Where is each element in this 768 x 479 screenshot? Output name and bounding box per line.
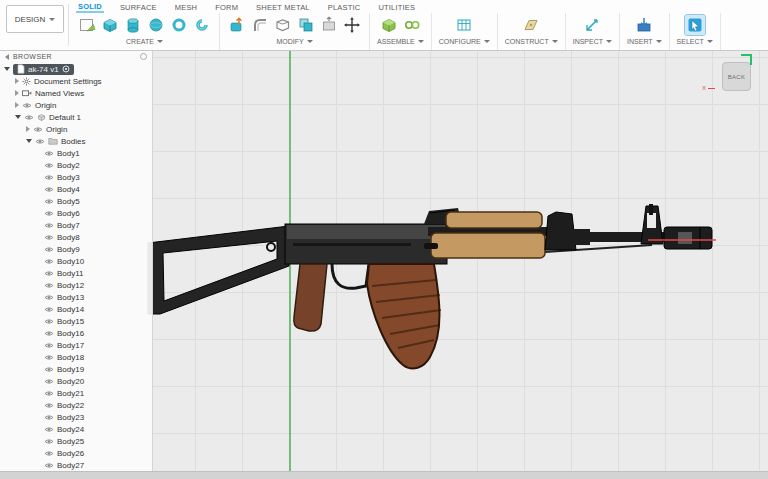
visibility-eye-icon[interactable] (44, 234, 54, 241)
browser-panel-header[interactable]: BROWSER (0, 50, 152, 63)
configure-menu[interactable]: CONFIGURE (439, 38, 490, 45)
browser-body-item[interactable]: Body6 (0, 207, 152, 219)
coil-icon[interactable] (192, 15, 212, 35)
viewcube[interactable]: BACK (722, 62, 751, 91)
configure-icon[interactable] (454, 15, 474, 35)
browser-tree-item[interactable]: Bodies (0, 135, 152, 147)
press-pull-icon[interactable] (227, 15, 247, 35)
tab-form[interactable]: FORM (213, 2, 240, 12)
joint-icon[interactable] (402, 15, 422, 35)
inspect-menu[interactable]: INSPECT (573, 38, 612, 45)
visibility-eye-icon[interactable] (44, 342, 54, 349)
offset-face-icon[interactable] (319, 15, 339, 35)
bottom-scroll-strip[interactable] (0, 471, 768, 479)
visibility-eye-icon[interactable] (44, 462, 54, 469)
box-icon[interactable] (100, 15, 120, 35)
browser-body-item[interactable]: Body14 (0, 303, 152, 315)
modify-menu[interactable]: MODIFY (276, 38, 312, 45)
ak74-model-body[interactable] (148, 204, 712, 368)
browser-tree-item[interactable]: Origin (0, 99, 152, 111)
torus-icon[interactable] (169, 15, 189, 35)
browser-body-item[interactable]: Body20 (0, 375, 152, 387)
tab-utilities[interactable]: UTILITIES (376, 2, 417, 12)
visibility-eye-icon[interactable] (33, 126, 43, 133)
panel-options-icon[interactable] (140, 53, 147, 60)
new-component-icon[interactable] (379, 15, 399, 35)
browser-body-item[interactable]: Body13 (0, 291, 152, 303)
tab-surface[interactable]: SURFACE (118, 2, 159, 12)
select-cursor-icon[interactable] (685, 15, 705, 35)
visibility-eye-icon[interactable] (44, 246, 54, 253)
visibility-eye-icon[interactable] (44, 150, 54, 157)
browser-body-item[interactable]: Body16 (0, 327, 152, 339)
tab-plastic[interactable]: PLASTIC (326, 2, 363, 12)
viewcube-x-axis-label[interactable]: X (702, 85, 715, 91)
visibility-eye-icon[interactable] (44, 294, 54, 301)
visibility-eye-icon[interactable] (44, 378, 54, 385)
collapse-toggle-icon[interactable] (15, 115, 21, 119)
browser-body-item[interactable]: Body17 (0, 339, 152, 351)
create-menu[interactable]: CREATE (126, 38, 163, 45)
visibility-eye-icon[interactable] (24, 114, 34, 121)
browser-body-item[interactable]: Body10 (0, 255, 152, 267)
browser-body-item[interactable]: Body1 (0, 147, 152, 159)
visibility-eye-icon[interactable] (44, 330, 54, 337)
browser-body-item[interactable]: Body21 (0, 387, 152, 399)
collapse-toggle-icon[interactable] (4, 67, 10, 71)
collapse-toggle-icon[interactable] (26, 139, 32, 143)
browser-tree-item[interactable]: ak-74 v1 (0, 63, 152, 75)
visibility-eye-icon[interactable] (44, 174, 54, 181)
browser-tree-item[interactable]: Named Views (0, 87, 152, 99)
browser-body-item[interactable]: Body11 (0, 267, 152, 279)
viewcube-home-corner-icon[interactable] (741, 54, 752, 65)
create-sketch-icon[interactable] (77, 15, 97, 35)
browser-body-item[interactable]: Body15 (0, 315, 152, 327)
visibility-eye-icon[interactable] (44, 390, 54, 397)
visibility-eye-icon[interactable] (44, 270, 54, 277)
sphere-icon[interactable] (146, 15, 166, 35)
browser-body-item[interactable]: Body8 (0, 231, 152, 243)
expand-toggle-icon[interactable] (15, 102, 19, 108)
visibility-eye-icon[interactable] (44, 450, 54, 457)
browser-body-item[interactable]: Body19 (0, 363, 152, 375)
browser-body-item[interactable]: Body9 (0, 243, 152, 255)
tab-mesh[interactable]: MESH (173, 2, 199, 12)
browser-body-item[interactable]: Body23 (0, 411, 152, 423)
browser-body-item[interactable]: Body26 (0, 447, 152, 459)
visibility-eye-icon[interactable] (35, 138, 45, 145)
visibility-eye-icon[interactable] (44, 282, 54, 289)
visibility-eye-icon[interactable] (44, 258, 54, 265)
browser-body-item[interactable]: Body4 (0, 183, 152, 195)
expand-toggle-icon[interactable] (15, 90, 19, 96)
visibility-eye-icon[interactable] (44, 402, 54, 409)
panel-collapse-icon[interactable] (5, 54, 9, 60)
browser-body-item[interactable]: Body22 (0, 399, 152, 411)
visibility-eye-icon[interactable] (44, 354, 54, 361)
measure-icon[interactable] (582, 15, 602, 35)
visibility-eye-icon[interactable] (44, 366, 54, 373)
construct-menu[interactable]: CONSTRUCT (505, 38, 558, 45)
browser-tree-item[interactable]: Document Settings (0, 75, 152, 87)
browser-body-item[interactable]: Body2 (0, 159, 152, 171)
visibility-eye-icon[interactable] (44, 186, 54, 193)
browser-body-item[interactable]: Body5 (0, 195, 152, 207)
fillet-icon[interactable] (250, 15, 270, 35)
browser-body-item[interactable]: Body24 (0, 423, 152, 435)
tab-solid[interactable]: SOLID (76, 1, 104, 13)
visibility-eye-icon[interactable] (44, 438, 54, 445)
browser-body-item[interactable]: Body12 (0, 279, 152, 291)
move-copy-icon[interactable] (342, 15, 362, 35)
browser-body-item[interactable]: Body25 (0, 435, 152, 447)
browser-body-item[interactable]: Body27 (0, 459, 152, 471)
insert-menu[interactable]: INSERT (627, 38, 662, 45)
construction-plane-icon[interactable] (521, 15, 541, 35)
visibility-eye-icon[interactable] (44, 306, 54, 313)
visibility-eye-icon[interactable] (44, 222, 54, 229)
tab-sheet-metal[interactable]: SHEET METAL (254, 2, 312, 12)
assemble-menu[interactable]: ASSEMBLE (377, 38, 424, 45)
visibility-eye-icon[interactable] (44, 162, 54, 169)
visibility-eye-icon[interactable] (22, 102, 32, 109)
browser-body-item[interactable]: Body7 (0, 219, 152, 231)
visibility-eye-icon[interactable] (44, 426, 54, 433)
select-menu[interactable]: SELECT (677, 38, 713, 45)
